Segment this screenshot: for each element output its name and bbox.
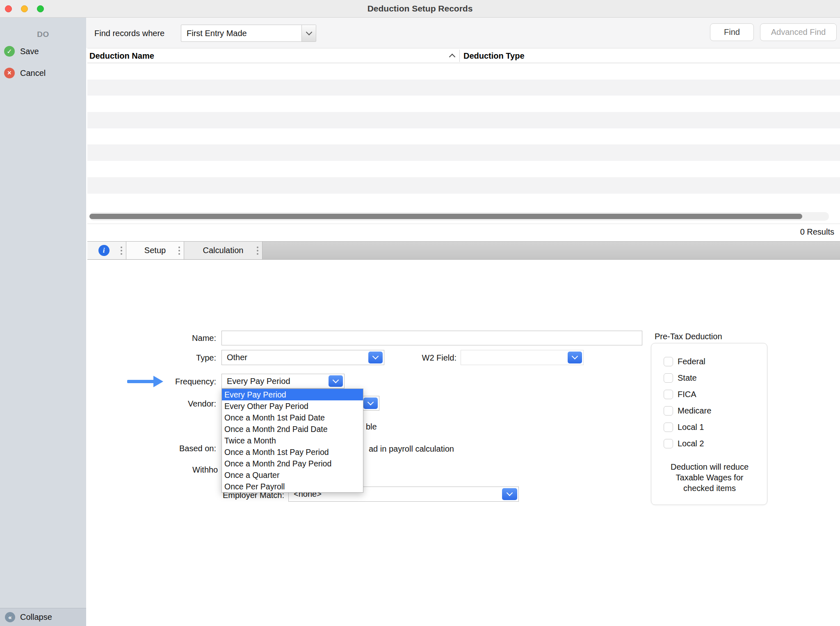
w2-field-label: W2 Field: [358,353,457,363]
column-header-deduction-name[interactable]: Deduction Name [89,48,154,63]
withholding-label-fragment: Withho [192,465,218,475]
cancel-button[interactable]: × Cancel [4,65,46,81]
pretax-checkbox-row[interactable]: Local 1 [664,419,711,435]
find-bar: Find records where First Entry Made Find… [86,18,840,48]
table-row[interactable] [87,177,840,194]
menu-item[interactable]: Once Per Payroll [222,481,363,492]
frequency-value: Every Pay Period [227,374,290,388]
pretax-note: Deduction will reduce Taxable Wages for … [660,462,760,493]
checkbox[interactable] [664,373,673,383]
menu-item[interactable]: Every Other Pay Period [222,400,363,412]
column-divider[interactable] [459,50,460,62]
table-row[interactable] [87,128,840,145]
results-count: 0 Results [800,227,834,237]
dropdown-button[interactable] [329,375,343,387]
pretax-checkbox-row[interactable]: Federal [664,353,711,370]
taxable-label-fragment: ble [366,422,377,432]
tab-setup[interactable]: Setup [126,242,184,259]
advanced-find-button[interactable]: Advanced Find [760,23,837,41]
drag-handle-icon [121,247,122,255]
frequency-dropdown[interactable]: Every Pay Period [221,374,345,388]
scrollbar-thumb[interactable] [89,214,802,219]
name-label: Name: [118,334,216,343]
menu-item[interactable]: Once a Quarter [222,469,363,481]
menu-item[interactable]: Once a Month 1st Pay Period [222,446,363,458]
table-row[interactable] [87,112,840,128]
menu-item[interactable]: Every Pay Period [222,389,363,400]
pointer-arrow-icon [127,380,154,383]
tab-calculation[interactable]: Calculation [184,242,262,259]
main-content: Find records where First Entry Made Find… [86,18,840,626]
pretax-checkbox-row[interactable]: State [664,370,711,386]
dropdown-button[interactable] [502,488,517,500]
checkbox[interactable] [664,406,673,416]
pretax-title: Pre-Tax Deduction [655,332,722,341]
pretax-checkbox-row[interactable]: FICA [664,386,711,402]
menu-item[interactable]: Once a Month 2nd Paid Date [222,423,363,435]
chevron-down-icon [306,29,312,35]
checkbox[interactable] [664,423,673,432]
horizontal-scrollbar[interactable] [89,212,829,221]
menu-item[interactable]: Once a Month 2nd Pay Period [222,458,363,469]
tab-setup-label: Setup [144,246,166,255]
table-header: Deduction Name Deduction Type [87,48,840,63]
zoom-window-button[interactable] [37,5,44,12]
sidebar-header: DO [0,30,86,39]
window-title: Deduction Setup Records [0,0,840,17]
checkbox-label: Local 2 [678,439,704,448]
pretax-checkbox-row[interactable]: Medicare [664,402,711,419]
pointer-arrow-icon [153,376,163,387]
vendor-label: Vendor: [118,399,216,409]
table-row[interactable] [87,63,840,80]
checkbox[interactable] [664,357,673,366]
pretax-checkbox-row[interactable]: Local 2 [664,435,711,452]
table-row[interactable] [87,194,840,210]
checkbox-label: Federal [678,357,705,366]
frequency-menu: Every Pay Period Every Other Pay Period … [221,388,363,493]
chevrons-left-icon: « [5,612,15,622]
pretax-checkbox-list: Federal State FICA Medicare [664,353,711,452]
sort-ascending-icon [449,54,456,60]
checkbox-label: Medicare [678,406,711,416]
window-controls [5,5,44,12]
dropdown-grip [301,25,316,41]
tab-calculation-label: Calculation [203,246,244,255]
checkbox[interactable] [664,439,673,448]
tab-bar: i Setup Calculation [87,241,840,260]
drag-handle-icon [257,247,258,255]
pretax-panel: Federal State FICA Medicare [651,343,767,505]
column-header-deduction-type[interactable]: Deduction Type [463,48,525,63]
close-window-button[interactable] [5,5,12,12]
dropdown-button[interactable] [363,398,378,409]
titlebar: Deduction Setup Records [0,0,840,18]
table-row[interactable] [87,96,840,112]
drag-handle-icon [178,247,180,255]
chevron-down-icon [572,353,578,360]
dropdown-button[interactable] [568,352,582,363]
results-table: Deduction Name Deduction Type [87,48,840,224]
table-row[interactable] [87,161,840,177]
find-field-dropdown[interactable]: First Entry Made [181,25,316,42]
name-input[interactable] [221,331,642,345]
menu-item[interactable]: Once a Month 1st Paid Date [222,412,363,423]
collapse-button[interactable]: « Collapse [0,608,86,626]
info-segment[interactable]: i [87,242,126,259]
cancel-button-label: Cancel [20,69,46,78]
find-field-value: First Entry Made [187,25,247,41]
w2-field-dropdown[interactable] [461,350,584,365]
checkbox-label: State [678,373,697,383]
table-row[interactable] [87,144,840,161]
collapse-button-label: Collapse [20,612,52,622]
find-button[interactable]: Find [710,23,754,41]
menu-item[interactable]: Twice a Month [222,435,363,446]
find-records-label: Find records where [94,29,164,38]
chevron-down-icon [333,377,339,383]
minimize-window-button[interactable] [21,5,28,12]
check-circle-icon: ✓ [4,46,15,57]
checkbox-label: FICA [678,390,696,399]
save-button[interactable]: ✓ Save [4,43,39,59]
chevron-down-icon [507,490,513,496]
table-row[interactable] [87,80,840,96]
chevron-down-icon [368,399,374,405]
checkbox[interactable] [664,390,673,399]
